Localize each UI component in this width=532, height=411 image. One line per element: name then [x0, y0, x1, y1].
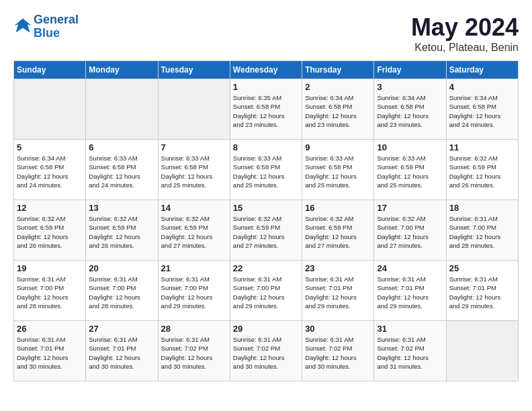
calendar-cell: 1Sunrise: 6:35 AMSunset: 6:58 PMDaylight… — [230, 79, 302, 140]
day-number: 29 — [233, 324, 299, 334]
day-info: Sunrise: 6:34 AMSunset: 6:58 PMDaylight:… — [17, 154, 83, 189]
day-number: 6 — [89, 142, 154, 152]
day-info: Sunrise: 6:31 AMSunset: 7:00 PMDaylight:… — [89, 275, 154, 310]
day-number: 30 — [305, 324, 371, 334]
calendar-cell: 23Sunrise: 6:31 AMSunset: 7:01 PMDayligh… — [302, 261, 374, 321]
day-number: 2 — [305, 82, 371, 92]
calendar-cell: 8Sunrise: 6:33 AMSunset: 6:58 PMDaylight… — [230, 140, 302, 200]
day-info: Sunrise: 6:31 AMSunset: 7:02 PMDaylight:… — [305, 335, 371, 371]
svg-marker-0 — [14, 18, 31, 32]
day-info: Sunrise: 6:33 AMSunset: 6:58 PMDaylight:… — [305, 154, 371, 189]
day-info: Sunrise: 6:31 AMSunset: 7:01 PMDaylight:… — [305, 275, 371, 310]
day-info: Sunrise: 6:31 AMSunset: 7:01 PMDaylight:… — [17, 335, 83, 371]
calendar-cell: 21Sunrise: 6:31 AMSunset: 7:00 PMDayligh… — [158, 261, 230, 321]
week-row-1: 1Sunrise: 6:35 AMSunset: 6:58 PMDaylight… — [14, 79, 519, 140]
day-number: 28 — [161, 324, 227, 334]
calendar-cell: 31Sunrise: 6:31 AMSunset: 7:02 PMDayligh… — [374, 321, 446, 381]
calendar-cell: 6Sunrise: 6:33 AMSunset: 6:58 PMDaylight… — [86, 140, 158, 200]
day-info: Sunrise: 6:34 AMSunset: 6:58 PMDaylight:… — [449, 93, 515, 129]
calendar-cell: 10Sunrise: 6:33 AMSunset: 6:59 PMDayligh… — [374, 140, 446, 200]
month-title: May 2024 — [411, 13, 519, 42]
logo-text: GeneralBlue — [34, 13, 79, 40]
calendar-cell: 26Sunrise: 6:31 AMSunset: 7:01 PMDayligh… — [14, 321, 86, 381]
header-day-sunday: Sunday — [14, 61, 86, 79]
day-info: Sunrise: 6:33 AMSunset: 6:58 PMDaylight:… — [233, 154, 299, 189]
day-number: 1 — [233, 82, 299, 92]
day-info: Sunrise: 6:32 AMSunset: 6:59 PMDaylight:… — [17, 214, 83, 250]
day-info: Sunrise: 6:32 AMSunset: 6:59 PMDaylight:… — [305, 214, 371, 250]
calendar-cell: 16Sunrise: 6:32 AMSunset: 6:59 PMDayligh… — [302, 200, 374, 261]
logo-icon — [13, 16, 32, 35]
day-number: 21 — [161, 263, 227, 273]
day-info: Sunrise: 6:33 AMSunset: 6:59 PMDaylight:… — [377, 154, 443, 189]
day-number: 5 — [17, 142, 83, 152]
logo: GeneralBlue — [13, 13, 79, 40]
calendar-cell: 18Sunrise: 6:31 AMSunset: 7:00 PMDayligh… — [446, 200, 518, 261]
day-number: 8 — [233, 142, 299, 152]
day-number: 14 — [161, 203, 227, 213]
header-row: SundayMondayTuesdayWednesdayThursdayFrid… — [14, 61, 519, 79]
day-info: Sunrise: 6:35 AMSunset: 6:58 PMDaylight:… — [233, 93, 299, 129]
calendar-cell — [14, 79, 86, 140]
day-number: 18 — [449, 203, 515, 213]
day-number: 22 — [233, 263, 299, 273]
week-row-5: 26Sunrise: 6:31 AMSunset: 7:01 PMDayligh… — [14, 321, 519, 381]
day-number: 13 — [89, 203, 154, 213]
day-info: Sunrise: 6:32 AMSunset: 6:59 PMDaylight:… — [233, 214, 299, 250]
day-info: Sunrise: 6:31 AMSunset: 7:00 PMDaylight:… — [233, 275, 299, 310]
day-info: Sunrise: 6:31 AMSunset: 7:00 PMDaylight:… — [449, 214, 515, 250]
day-info: Sunrise: 6:33 AMSunset: 6:58 PMDaylight:… — [161, 154, 227, 189]
day-info: Sunrise: 6:31 AMSunset: 7:00 PMDaylight:… — [17, 275, 83, 310]
day-number: 9 — [305, 142, 371, 152]
calendar-cell: 3Sunrise: 6:34 AMSunset: 6:58 PMDaylight… — [374, 79, 446, 140]
calendar-cell: 29Sunrise: 6:31 AMSunset: 7:02 PMDayligh… — [230, 321, 302, 381]
calendar-cell: 24Sunrise: 6:31 AMSunset: 7:01 PMDayligh… — [374, 261, 446, 321]
day-info: Sunrise: 6:32 AMSunset: 7:00 PMDaylight:… — [377, 214, 443, 250]
page-header: GeneralBlue May 2024 Ketou, Plateau, Ben… — [13, 13, 519, 54]
day-info: Sunrise: 6:31 AMSunset: 7:02 PMDaylight:… — [233, 335, 299, 371]
calendar-cell: 7Sunrise: 6:33 AMSunset: 6:58 PMDaylight… — [158, 140, 230, 200]
header-day-tuesday: Tuesday — [158, 61, 230, 79]
calendar-cell: 5Sunrise: 6:34 AMSunset: 6:58 PMDaylight… — [14, 140, 86, 200]
day-info: Sunrise: 6:31 AMSunset: 7:01 PMDaylight:… — [89, 335, 154, 371]
day-number: 25 — [449, 263, 515, 273]
header-day-saturday: Saturday — [446, 61, 518, 79]
calendar-cell: 14Sunrise: 6:32 AMSunset: 6:59 PMDayligh… — [158, 200, 230, 261]
day-number: 4 — [449, 82, 515, 92]
day-info: Sunrise: 6:31 AMSunset: 7:01 PMDaylight:… — [377, 275, 443, 310]
day-number: 15 — [233, 203, 299, 213]
calendar-cell: 28Sunrise: 6:31 AMSunset: 7:02 PMDayligh… — [158, 321, 230, 381]
day-number: 11 — [449, 142, 515, 152]
day-number: 26 — [17, 324, 83, 334]
header-day-friday: Friday — [374, 61, 446, 79]
calendar-cell: 27Sunrise: 6:31 AMSunset: 7:01 PMDayligh… — [86, 321, 158, 381]
day-number: 20 — [89, 263, 154, 273]
day-info: Sunrise: 6:32 AMSunset: 6:59 PMDaylight:… — [89, 214, 154, 250]
day-info: Sunrise: 6:31 AMSunset: 7:02 PMDaylight:… — [377, 335, 443, 371]
calendar-cell — [86, 79, 158, 140]
calendar-header: SundayMondayTuesdayWednesdayThursdayFrid… — [14, 61, 519, 79]
day-info: Sunrise: 6:31 AMSunset: 7:00 PMDaylight:… — [161, 275, 227, 310]
calendar-cell: 15Sunrise: 6:32 AMSunset: 6:59 PMDayligh… — [230, 200, 302, 261]
day-number: 31 — [377, 324, 443, 334]
day-info: Sunrise: 6:33 AMSunset: 6:58 PMDaylight:… — [89, 154, 154, 189]
calendar-cell: 13Sunrise: 6:32 AMSunset: 6:59 PMDayligh… — [86, 200, 158, 261]
day-number: 16 — [305, 203, 371, 213]
header-day-monday: Monday — [86, 61, 158, 79]
calendar-cell: 12Sunrise: 6:32 AMSunset: 6:59 PMDayligh… — [14, 200, 86, 261]
calendar-body: 1Sunrise: 6:35 AMSunset: 6:58 PMDaylight… — [14, 79, 519, 381]
calendar-cell: 20Sunrise: 6:31 AMSunset: 7:00 PMDayligh… — [86, 261, 158, 321]
calendar-cell: 2Sunrise: 6:34 AMSunset: 6:58 PMDaylight… — [302, 79, 374, 140]
calendar-cell — [446, 321, 518, 381]
day-number: 19 — [17, 263, 83, 273]
week-row-2: 5Sunrise: 6:34 AMSunset: 6:58 PMDaylight… — [14, 140, 519, 200]
header-day-wednesday: Wednesday — [230, 61, 302, 79]
calendar-cell: 30Sunrise: 6:31 AMSunset: 7:02 PMDayligh… — [302, 321, 374, 381]
calendar-cell: 25Sunrise: 6:31 AMSunset: 7:01 PMDayligh… — [446, 261, 518, 321]
calendar-cell: 11Sunrise: 6:32 AMSunset: 6:59 PMDayligh… — [446, 140, 518, 200]
day-info: Sunrise: 6:32 AMSunset: 6:59 PMDaylight:… — [449, 154, 515, 189]
week-row-3: 12Sunrise: 6:32 AMSunset: 6:59 PMDayligh… — [14, 200, 519, 261]
calendar-cell: 19Sunrise: 6:31 AMSunset: 7:00 PMDayligh… — [14, 261, 86, 321]
day-number: 3 — [377, 82, 443, 92]
calendar-cell: 17Sunrise: 6:32 AMSunset: 7:00 PMDayligh… — [374, 200, 446, 261]
